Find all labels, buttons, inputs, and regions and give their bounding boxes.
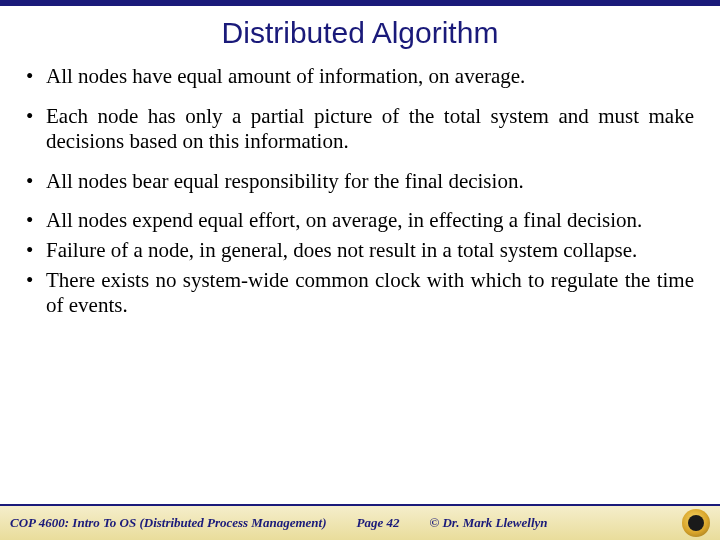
- list-item: All nodes expend equal effort, on averag…: [26, 208, 694, 234]
- title-area: Distributed Algorithm: [0, 6, 720, 58]
- list-item: Each node has only a partial picture of …: [26, 104, 694, 155]
- slide-footer: COP 4600: Intro To OS (Distributed Proce…: [0, 504, 720, 540]
- footer-page: Page 42: [356, 515, 399, 531]
- list-item: All nodes bear equal responsibility for …: [26, 169, 694, 195]
- footer-author: © Dr. Mark Llewellyn: [429, 515, 547, 531]
- university-logo-icon: [682, 509, 710, 537]
- bullet-list: All nodes have equal amount of informati…: [26, 64, 694, 319]
- list-item: Failure of a node, in general, does not …: [26, 238, 694, 264]
- footer-course: COP 4600: Intro To OS (Distributed Proce…: [10, 515, 326, 531]
- slide-title: Distributed Algorithm: [0, 16, 720, 50]
- list-item: There exists no system-wide common clock…: [26, 268, 694, 319]
- slide-body: All nodes have equal amount of informati…: [0, 58, 720, 504]
- list-item: All nodes have equal amount of informati…: [26, 64, 694, 90]
